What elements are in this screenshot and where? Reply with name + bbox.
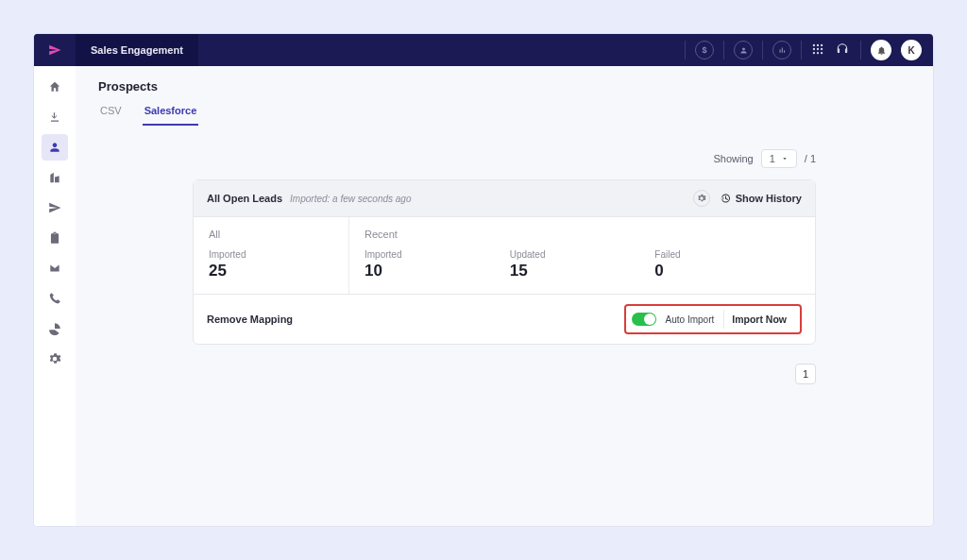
all-metric-value: 25	[209, 262, 333, 280]
dialpad-icon[interactable]	[811, 42, 826, 58]
divider	[801, 41, 802, 59]
dollar-icon[interactable]: $	[695, 41, 714, 59]
pager-page-1[interactable]: 1	[795, 364, 816, 384]
show-history-label: Show History	[736, 193, 802, 204]
gear-icon	[48, 352, 61, 365]
clipboard-icon	[48, 231, 61, 245]
svg-point-1	[817, 44, 819, 46]
spacer	[654, 229, 800, 240]
chart-circle-icon[interactable]	[772, 41, 791, 59]
card-title: All Open Leads	[207, 193, 282, 204]
user-circle-icon[interactable]	[734, 41, 753, 59]
recent-updated-value: 15	[510, 262, 655, 280]
svg-point-8	[821, 52, 823, 54]
sidebar-mail[interactable]	[42, 255, 68, 281]
bell-avatar[interactable]	[871, 40, 891, 60]
chevron-down-icon	[781, 155, 789, 162]
divider	[860, 41, 861, 59]
tabs: CSV Salesforce	[98, 99, 910, 127]
card-footer: Remove Mapping Auto Import Import Now	[194, 294, 815, 344]
recent-failed-label: Failed	[654, 249, 800, 260]
pie-icon	[48, 322, 61, 335]
page-select[interactable]: 1	[761, 149, 797, 168]
send-icon	[48, 201, 61, 214]
svg-point-5	[821, 48, 823, 50]
main-content: Prospects CSV Salesforce Showing 1 / 1 A…	[76, 66, 933, 526]
svg-point-0	[813, 44, 815, 46]
import-now-button[interactable]: Import Now	[723, 310, 794, 329]
sidebar-campaigns[interactable]	[42, 195, 68, 221]
brand-name[interactable]: Sales Engagement	[76, 34, 198, 66]
person-icon	[48, 141, 61, 154]
tab-salesforce[interactable]: Salesforce	[143, 99, 199, 126]
paper-plane-icon	[48, 43, 61, 57]
svg-point-2	[821, 44, 823, 46]
card-header: All Open Leads Imported: a few seconds a…	[194, 180, 815, 217]
phone-icon	[48, 292, 61, 305]
sidebar	[34, 66, 76, 526]
gear-icon	[697, 194, 706, 203]
sidebar-accounts[interactable]	[42, 164, 68, 191]
user-avatar[interactable]: K	[901, 40, 922, 60]
topbar-actions: $ K	[685, 40, 933, 60]
recent-failed-value: 0	[654, 262, 800, 280]
stats-recent: Recent Imported 10 Updated 15	[349, 217, 815, 294]
sidebar-home[interactable]	[42, 74, 68, 100]
sidebar-tasks[interactable]	[42, 225, 68, 251]
stats-all: All Imported 25	[194, 217, 349, 294]
all-heading: All	[209, 229, 333, 240]
showing-row: Showing 1 / 1	[193, 149, 816, 168]
recent-heading: Recent	[365, 229, 510, 240]
recent-imported-value: 10	[365, 262, 510, 280]
all-metric-label: Imported	[209, 249, 333, 260]
building-icon	[48, 171, 61, 184]
page-total: / 1	[805, 153, 816, 164]
import-controls-highlight: Auto Import Import Now	[624, 304, 802, 334]
page-title: Prospects	[98, 79, 910, 93]
show-history-button[interactable]: Show History	[720, 193, 802, 204]
auto-import-label: Auto Import	[666, 314, 715, 325]
sidebar-prospects[interactable]	[42, 134, 68, 161]
history-icon	[720, 193, 731, 204]
remove-mapping-button[interactable]: Remove Mapping	[207, 314, 293, 325]
download-icon	[48, 110, 61, 124]
sidebar-settings[interactable]	[42, 346, 68, 372]
tab-csv[interactable]: CSV	[98, 99, 124, 126]
mail-icon	[48, 262, 61, 275]
divider	[762, 41, 763, 59]
card-settings-button[interactable]	[693, 190, 710, 207]
showing-label: Showing	[713, 153, 753, 164]
sidebar-reports[interactable]	[42, 315, 68, 342]
divider	[685, 41, 686, 59]
pagination: 1	[193, 364, 816, 384]
card-subtitle: Imported: a few seconds ago	[290, 194, 411, 204]
svg-point-3	[813, 48, 815, 50]
spacer	[510, 229, 655, 240]
app-logo[interactable]	[34, 34, 76, 66]
home-icon	[48, 80, 61, 93]
recent-imported-label: Imported	[365, 249, 510, 260]
svg-point-7	[817, 52, 819, 54]
sidebar-tray[interactable]	[42, 104, 68, 130]
svg-point-6	[813, 52, 815, 54]
auto-import-toggle[interactable]	[632, 313, 656, 326]
page-current: 1	[770, 153, 775, 164]
sidebar-calls[interactable]	[42, 285, 68, 312]
divider	[723, 41, 724, 59]
headset-icon[interactable]	[836, 42, 851, 58]
recent-updated-label: Updated	[510, 249, 655, 260]
top-bar: Sales Engagement $ K	[34, 34, 933, 66]
bell-icon	[876, 45, 887, 56]
svg-point-4	[817, 48, 819, 50]
lead-card: All Open Leads Imported: a few seconds a…	[193, 179, 816, 345]
